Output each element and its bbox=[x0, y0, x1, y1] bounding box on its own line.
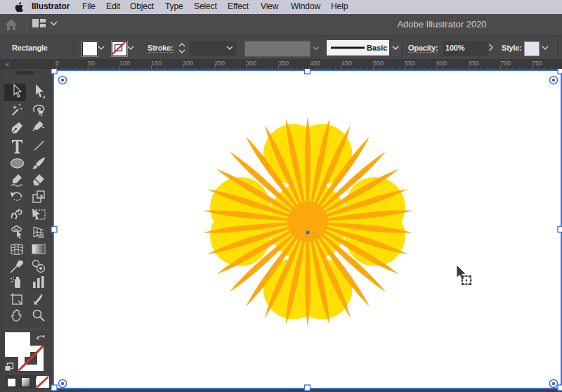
svg-text:0: 0 bbox=[55, 60, 59, 67]
svg-text:450: 450 bbox=[341, 60, 352, 67]
svg-text:250: 250 bbox=[214, 60, 225, 67]
svg-text:400: 400 bbox=[310, 60, 320, 67]
svg-text:200: 200 bbox=[183, 60, 193, 67]
svg-text:150: 150 bbox=[151, 60, 162, 67]
svg-text:350: 350 bbox=[278, 60, 289, 67]
svg-text:750: 750 bbox=[532, 60, 542, 67]
svg-text:100: 100 bbox=[119, 60, 130, 67]
svg-text:50: 50 bbox=[88, 60, 95, 67]
svg-text:550: 550 bbox=[405, 60, 415, 67]
svg-text:700: 700 bbox=[500, 60, 511, 67]
svg-text:«: « bbox=[5, 60, 9, 68]
svg-text:650: 650 bbox=[469, 60, 479, 67]
svg-text:300: 300 bbox=[246, 60, 256, 67]
svg-text:600: 600 bbox=[436, 60, 447, 67]
svg-text:500: 500 bbox=[373, 60, 384, 67]
